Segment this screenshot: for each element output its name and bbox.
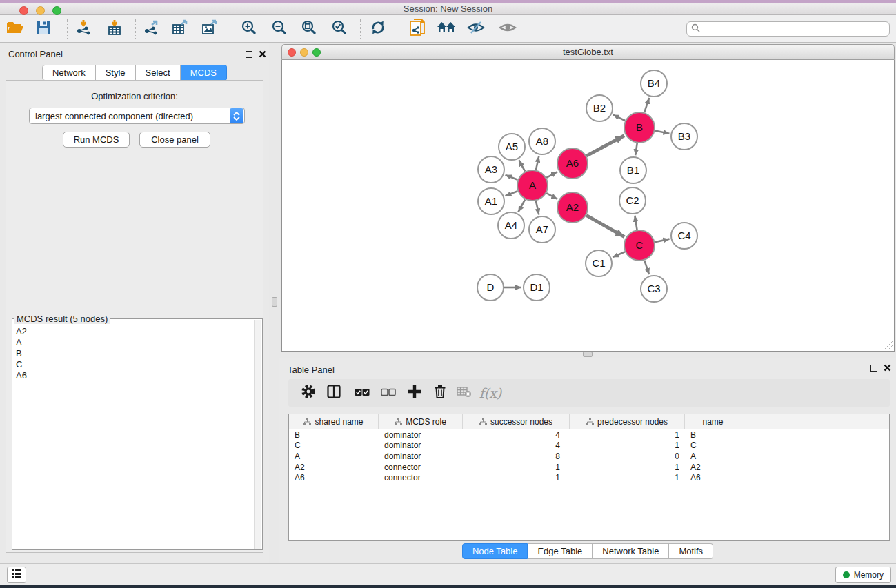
- delete-table-button[interactable]: [452, 381, 476, 405]
- minimize-window-light[interactable]: [36, 6, 45, 15]
- column-header-name[interactable]: name: [685, 414, 741, 429]
- column-header-shared-name[interactable]: shared name: [289, 414, 379, 429]
- select-all-button[interactable]: [350, 381, 374, 405]
- zoom-in-button[interactable]: [237, 17, 261, 41]
- mcds-result-item[interactable]: A2: [14, 326, 252, 337]
- node-table[interactable]: shared nameMCDS rolesuccessor nodesprede…: [288, 414, 890, 541]
- close-panel-button[interactable]: Close panel: [139, 132, 210, 148]
- import-table-button[interactable]: [102, 17, 127, 41]
- gear-icon: [301, 384, 316, 402]
- close-panel-icon[interactable]: [259, 50, 266, 58]
- deselect-all-button[interactable]: [377, 381, 400, 405]
- tab-style[interactable]: Style: [96, 65, 136, 81]
- table-cell: A2: [289, 463, 379, 472]
- save-session-button[interactable]: [31, 17, 56, 41]
- mcds-list-scrollbar[interactable]: [254, 320, 261, 549]
- search-field[interactable]: [686, 21, 890, 37]
- graph-edge-C-C3[interactable]: [644, 261, 649, 274]
- vertical-splitter-handle[interactable]: [272, 297, 277, 307]
- graph-edge-A-A2[interactable]: [546, 193, 557, 199]
- network-close-light[interactable]: [288, 48, 296, 57]
- run-mcds-button[interactable]: Run MCDS: [63, 132, 130, 148]
- graph-edge-A6-B[interactable]: [586, 136, 624, 156]
- delete-column-button[interactable]: [428, 381, 452, 405]
- table-settings-button[interactable]: [297, 381, 320, 405]
- graph-edge-B-B4[interactable]: [644, 98, 649, 112]
- network-zoom-light[interactable]: [312, 48, 321, 57]
- table-cell: A2: [685, 463, 741, 472]
- import-network-button[interactable]: [71, 17, 96, 41]
- table-cell: 0: [570, 452, 685, 461]
- tab-select[interactable]: Select: [136, 65, 181, 81]
- close-panel-icon[interactable]: [884, 364, 891, 372]
- table-cell: connector: [379, 463, 463, 472]
- preview-eye-button[interactable]: [495, 17, 520, 41]
- graph-node-label-A5: A5: [506, 141, 518, 152]
- memory-button[interactable]: Memory: [835, 567, 891, 583]
- export-network-button[interactable]: [139, 17, 163, 41]
- table-row-A[interactable]: Adominator80A: [289, 451, 889, 462]
- sort-tree-icon: [395, 418, 402, 425]
- optimization-criterion-select[interactable]: largest connected component (directed): [29, 108, 245, 124]
- mcds-result-item[interactable]: A6: [14, 370, 252, 381]
- refresh-button[interactable]: [366, 17, 390, 41]
- network-minimize-light[interactable]: [300, 48, 308, 57]
- graph-edge-A-A4[interactable]: [518, 199, 525, 212]
- mcds-result-item[interactable]: A: [14, 337, 252, 348]
- add-column-button[interactable]: [403, 381, 426, 405]
- tab-edge-table[interactable]: Edge Table: [528, 543, 593, 559]
- mcds-result-item[interactable]: C: [14, 359, 252, 370]
- search-input[interactable]: [700, 24, 889, 34]
- graph-edge-C-C2[interactable]: [635, 216, 637, 230]
- network-window-title: testGlobe.txt: [563, 47, 613, 57]
- zoom-in-icon: [241, 19, 257, 39]
- graph-edge-A2-C[interactable]: [586, 215, 624, 236]
- table-row-A6[interactable]: A6connector11A6: [289, 472, 889, 483]
- apply-function-button[interactable]: f(x): [479, 381, 502, 405]
- float-panel-icon[interactable]: [246, 51, 252, 58]
- zoom-window-light[interactable]: [52, 6, 61, 15]
- column-header-MCDS-role[interactable]: MCDS role: [379, 414, 463, 429]
- show-hide-toggle-button[interactable]: [464, 17, 488, 41]
- graph-edge-B-B2[interactable]: [613, 115, 625, 121]
- graph-edge-C-C1[interactable]: [613, 252, 625, 257]
- tab-network-table[interactable]: Network Table: [593, 543, 669, 559]
- zoom-out-button[interactable]: [267, 17, 292, 41]
- search-icon: [691, 23, 700, 35]
- zoom-selected-button[interactable]: [327, 17, 352, 41]
- tab-node-table[interactable]: Node Table: [462, 543, 528, 559]
- column-header-successor-nodes[interactable]: successor nodes: [463, 414, 570, 429]
- graph-edge-B-B1[interactable]: [635, 143, 637, 155]
- table-row-C[interactable]: Cdominator41C: [289, 440, 889, 452]
- graph-edge-A-A8[interactable]: [536, 156, 539, 170]
- table-row-A2[interactable]: A2connector11A2: [289, 462, 889, 473]
- zoom-fit-button[interactable]: [297, 17, 321, 41]
- mcds-result-list: A2ABCA6: [14, 326, 252, 548]
- tab-network[interactable]: Network: [42, 65, 96, 81]
- graph-edge-B-B3[interactable]: [655, 131, 670, 134]
- export-table-button[interactable]: [168, 17, 192, 41]
- graph-edge-C-C4[interactable]: [655, 239, 669, 243]
- network-window-titlebar[interactable]: testGlobe.txt: [281, 44, 895, 60]
- task-history-button[interactable]: [7, 567, 26, 583]
- graph-edge-A-A1[interactable]: [506, 191, 518, 196]
- table-row-B[interactable]: Bdominator41B: [289, 429, 889, 440]
- open-session-button[interactable]: [3, 17, 28, 41]
- graph-edge-A-A5[interactable]: [519, 160, 525, 171]
- float-panel-icon[interactable]: [870, 365, 877, 372]
- new-network-from-selection-button[interactable]: [406, 17, 430, 41]
- graph-edge-A-A7[interactable]: [536, 201, 539, 214]
- split-columns-button[interactable]: [322, 381, 346, 405]
- tab-motifs[interactable]: Motifs: [669, 543, 713, 559]
- mcds-result-item[interactable]: B: [14, 348, 252, 359]
- close-window-light[interactable]: [19, 6, 28, 15]
- graph-edge-A-A6[interactable]: [546, 172, 557, 178]
- graph-edge-A-A3[interactable]: [506, 175, 518, 180]
- list-icon: [12, 569, 21, 581]
- horizontal-splitter-handle[interactable]: [583, 352, 593, 357]
- column-header-predecessor-nodes[interactable]: predecessor nodes: [570, 414, 685, 429]
- home-button[interactable]: [434, 17, 459, 41]
- network-canvas[interactable]: B4B2BB3A8A5A6A3B1AC2A1A2A4A7C4CC1DC3D1: [281, 60, 895, 352]
- export-image-button[interactable]: [197, 17, 222, 41]
- tab-mcds[interactable]: MCDS: [181, 65, 227, 81]
